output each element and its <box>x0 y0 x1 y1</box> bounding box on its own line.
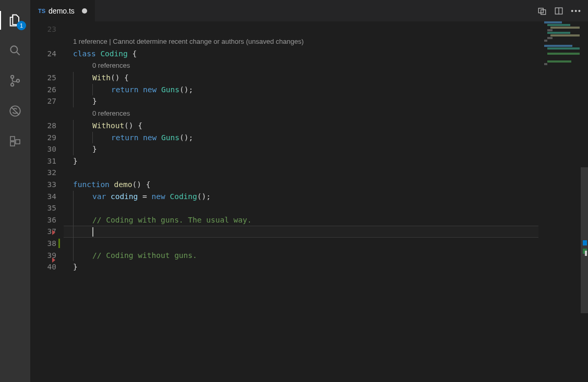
more-icon[interactable]: ••• <box>571 7 582 15</box>
activity-bar: 1 <box>0 0 30 382</box>
overview-mark <box>583 240 587 245</box>
activity-explorer[interactable]: 1 <box>0 5 30 35</box>
line-number: 29 <box>30 132 64 144</box>
code-line: With() { <box>64 72 588 84</box>
editor-main: TS demo.ts ••• 23 24 <box>30 0 588 382</box>
activity-search[interactable] <box>0 35 30 66</box>
line-number: 35 <box>30 202 64 214</box>
code-line: return new Guns(); <box>64 132 588 144</box>
search-icon <box>8 44 22 57</box>
extensions-icon <box>9 135 21 147</box>
codelens[interactable]: 1 reference | Cannot determine recent ch… <box>73 38 304 45</box>
line-number: 23 <box>30 23 64 35</box>
code-line: function demo() { <box>64 179 588 191</box>
code-line: } <box>64 155 588 167</box>
svg-point-1 <box>11 76 14 78</box>
code-line <box>64 238 588 250</box>
line-number: 25 <box>30 72 64 84</box>
editor-area[interactable]: 23 24 25 26 27 28 29 30 31 32 33 34 35 3… <box>30 21 588 382</box>
code-line: return new Guns(); <box>64 84 588 96</box>
tab-demo-ts[interactable]: TS demo.ts <box>30 0 95 21</box>
svg-rect-6 <box>10 142 15 146</box>
line-number: 40 <box>30 261 64 273</box>
line-number: 34 <box>30 191 64 203</box>
line-number: 27 <box>30 95 64 107</box>
svg-point-2 <box>11 83 14 86</box>
line-number: 24 <box>30 48 64 60</box>
line-number: 36 <box>30 214 64 226</box>
code-line: } <box>64 143 588 155</box>
line-number: 32 <box>30 167 64 179</box>
code-line: } <box>64 95 588 107</box>
code-line <box>64 202 588 214</box>
vertical-scrollbar[interactable] <box>581 21 588 313</box>
split-editor-icon[interactable] <box>554 6 563 16</box>
line-number-gutter: 23 24 25 26 27 28 29 30 31 32 33 34 35 3… <box>30 21 64 382</box>
debug-icon <box>8 104 22 118</box>
code-line <box>64 167 588 179</box>
svg-point-3 <box>17 79 19 82</box>
activity-badge: 1 <box>17 21 26 30</box>
activity-extensions[interactable] <box>0 126 30 156</box>
code-content[interactable]: 1 reference | Cannot determine recent ch… <box>64 21 588 382</box>
line-number: 26 <box>30 84 64 96</box>
line-number: 33 <box>30 179 64 191</box>
code-line: // Coding without guns. <box>64 250 588 262</box>
activity-debug[interactable] <box>0 96 30 126</box>
line-number: 31 <box>30 155 64 167</box>
line-number: 28 <box>30 120 64 132</box>
svg-point-0 <box>10 46 17 53</box>
code-line: Without() { <box>64 120 588 132</box>
code-line-active <box>64 226 538 238</box>
tab-dirty-dot <box>82 8 87 14</box>
codelens[interactable]: 0 references <box>92 109 130 117</box>
line-number: 37 <box>30 226 64 238</box>
code-line: } <box>64 261 588 273</box>
breakpoint-marker[interactable] <box>52 230 55 235</box>
overview-mark <box>585 251 587 256</box>
text-cursor <box>92 227 93 237</box>
breakpoint-marker[interactable] <box>52 257 55 263</box>
tab-filename: demo.ts <box>49 7 75 15</box>
diff-added-marker <box>58 239 60 248</box>
codelens[interactable]: 0 references <box>92 61 130 69</box>
activity-source-control[interactable] <box>0 66 30 96</box>
line-number: 39 <box>30 250 64 262</box>
code-line: // Coding with guns. The usual way. <box>64 214 588 226</box>
tab-bar: TS demo.ts ••• <box>30 0 588 21</box>
svg-rect-5 <box>10 137 15 141</box>
code-line: var coding = new Coding(); <box>64 191 588 203</box>
code-line: class Coding { <box>64 48 588 60</box>
line-number: 30 <box>30 143 64 155</box>
compare-icon[interactable] <box>537 6 547 16</box>
source-control-icon <box>8 74 22 88</box>
ts-lang-badge: TS <box>38 8 45 14</box>
editor-toolbar: ••• <box>531 0 588 21</box>
svg-rect-7 <box>16 140 20 144</box>
